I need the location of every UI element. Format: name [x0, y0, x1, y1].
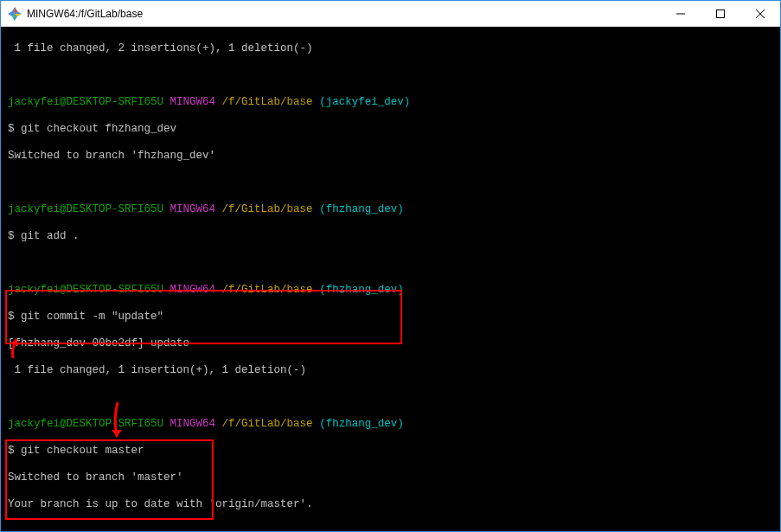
window-controls	[661, 1, 780, 26]
blank-line	[8, 391, 780, 405]
prompt-line: jackyfei@DESKTOP-SRFI65U MINGW64 /f/GitL…	[8, 203, 780, 217]
svg-rect-1	[717, 10, 725, 17]
blank-line	[8, 69, 780, 83]
blank-line	[8, 176, 780, 190]
output-line: Switched to branch 'fhzhang_dev'	[8, 150, 780, 163]
close-button[interactable]	[740, 1, 780, 26]
output-line: Your branch is up to date with 'origin/m…	[8, 498, 780, 512]
prompt-line: jackyfei@DESKTOP-SRFI65U MINGW64 /f/GitL…	[8, 418, 780, 432]
output-line: [fhzhang_dev 00be2df] update	[8, 337, 780, 351]
minimize-button[interactable]	[661, 1, 701, 26]
prompt-line: jackyfei@DESKTOP-SRFI65U MINGW64 /f/GitL…	[8, 284, 780, 298]
window-title: MINGW64:/f/GitLab/base	[27, 8, 661, 20]
terminal-window: MINGW64:/f/GitLab/base 1 file changed, 2…	[0, 0, 781, 532]
command-line: $ git checkout master	[8, 445, 780, 458]
output-line: 1 file changed, 2 insertions(+), 1 delet…	[8, 42, 780, 56]
output-line: Switched to branch 'master'	[8, 471, 780, 485]
terminal-body[interactable]: 1 file changed, 2 insertions(+), 1 delet…	[1, 27, 780, 531]
prompt-line: jackyfei@DESKTOP-SRFI65U MINGW64 /f/GitL…	[8, 96, 780, 110]
command-line: $ git checkout fhzhang_dev	[8, 123, 780, 137]
output-line: 1 file changed, 1 insertion(+), 1 deleti…	[8, 364, 780, 378]
blank-line	[8, 257, 780, 271]
command-line: $ git add .	[8, 230, 780, 244]
command-line: $ git commit -m "update"	[8, 311, 780, 324]
app-icon	[8, 7, 22, 21]
maximize-button[interactable]	[701, 1, 740, 26]
blank-line	[8, 525, 780, 532]
titlebar: MINGW64:/f/GitLab/base	[1, 1, 780, 27]
